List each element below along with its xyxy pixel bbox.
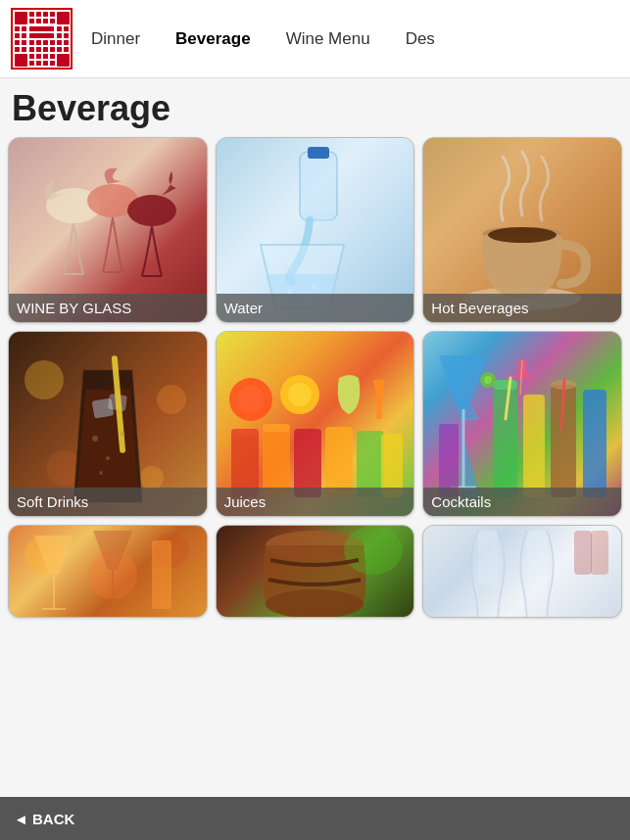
svg-rect-18 — [22, 33, 26, 38]
svg-rect-93 — [583, 390, 606, 497]
svg-rect-47 — [50, 61, 55, 66]
svg-point-59 — [488, 227, 557, 243]
svg-rect-10 — [43, 19, 48, 23]
card-label-juices: Juices — [217, 488, 414, 516]
svg-point-68 — [106, 456, 110, 460]
card-hot-beverages[interactable]: Hot Beverages — [422, 137, 622, 323]
svg-rect-12 — [15, 26, 20, 31]
svg-rect-29 — [36, 47, 41, 52]
card-party[interactable] — [8, 525, 208, 618]
nav-tab-dessert[interactable]: Des — [388, 22, 453, 57]
svg-point-70 — [99, 471, 103, 475]
svg-rect-13 — [22, 26, 26, 31]
card-cocktails[interactable]: Cocktails — [422, 331, 622, 517]
svg-rect-5 — [29, 19, 34, 23]
svg-rect-22 — [15, 40, 20, 45]
svg-point-67 — [92, 436, 98, 442]
svg-rect-19 — [29, 33, 54, 38]
svg-rect-21 — [64, 33, 69, 38]
svg-rect-25 — [36, 40, 41, 45]
svg-rect-37 — [57, 40, 62, 45]
svg-rect-16 — [64, 26, 69, 31]
logo: SENSASIA — [10, 7, 73, 70]
svg-rect-78 — [263, 424, 290, 432]
svg-rect-112 — [527, 531, 547, 584]
svg-rect-7 — [43, 12, 48, 17]
svg-point-110 — [344, 526, 403, 575]
svg-point-69 — [120, 432, 124, 437]
svg-rect-34 — [36, 61, 41, 66]
svg-point-74 — [288, 383, 312, 406]
svg-rect-38 — [64, 40, 69, 45]
svg-point-60 — [24, 360, 64, 399]
nav-tab-wine-menu[interactable]: Wine Menu — [268, 22, 388, 57]
card-barrel[interactable] — [216, 525, 415, 618]
svg-rect-9 — [57, 12, 70, 24]
svg-rect-52 — [300, 152, 337, 220]
svg-rect-15 — [57, 26, 62, 31]
card-wine-by-glass[interactable]: WINE BY GLASS — [8, 137, 208, 323]
card-label-soft-drinks: Soft Drinks — [9, 488, 207, 516]
svg-rect-86 — [493, 380, 517, 497]
card-label-hot-beverages: Hot Beverages — [423, 294, 621, 322]
svg-rect-46 — [43, 61, 48, 66]
svg-rect-27 — [22, 47, 26, 52]
svg-point-63 — [140, 466, 164, 490]
svg-rect-30 — [15, 54, 27, 67]
svg-point-51 — [127, 195, 176, 226]
svg-point-72 — [237, 386, 265, 413]
svg-rect-45 — [57, 54, 70, 67]
svg-rect-40 — [50, 47, 55, 52]
svg-rect-111 — [478, 531, 498, 584]
svg-point-57 — [313, 285, 317, 290]
card-soft-drinks[interactable]: Soft Drinks — [8, 331, 208, 517]
svg-rect-11 — [50, 19, 55, 23]
nav-tab-dinner[interactable]: Dinner — [73, 22, 158, 57]
svg-rect-89 — [523, 395, 545, 497]
svg-rect-24 — [29, 40, 34, 45]
page-title: Beverage — [0, 78, 630, 137]
svg-rect-31 — [29, 54, 34, 59]
back-button[interactable]: ◄ BACK — [14, 811, 74, 827]
beverage-grid: WINE BY GLASS Water — [0, 137, 630, 618]
card-label-wine-by-glass: WINE BY GLASS — [9, 294, 207, 322]
svg-rect-77 — [263, 424, 290, 497]
svg-rect-36 — [50, 40, 55, 45]
header: SENSASIA Dinner Beverage Wine Menu Des — [0, 0, 630, 78]
svg-rect-28 — [29, 47, 34, 52]
svg-rect-42 — [64, 47, 69, 52]
svg-rect-43 — [43, 54, 48, 59]
svg-rect-4 — [36, 12, 41, 17]
card-water[interactable]: Water — [216, 137, 415, 323]
svg-rect-23 — [22, 40, 26, 45]
svg-rect-14 — [29, 26, 54, 31]
card-champagne[interactable] — [422, 525, 622, 618]
svg-rect-3 — [29, 12, 34, 17]
svg-rect-32 — [36, 54, 41, 59]
svg-point-109 — [266, 589, 363, 618]
svg-rect-53 — [308, 147, 329, 159]
svg-rect-94 — [439, 424, 459, 497]
svg-rect-33 — [29, 61, 34, 66]
svg-rect-87 — [493, 380, 517, 390]
svg-rect-35 — [43, 40, 48, 45]
card-label-water: Water — [217, 294, 414, 322]
svg-rect-39 — [43, 47, 48, 52]
svg-rect-41 — [57, 47, 62, 52]
svg-rect-107 — [152, 540, 171, 609]
svg-rect-8 — [50, 12, 55, 17]
card-juices[interactable]: Juices — [216, 331, 415, 517]
navigation: Dinner Beverage Wine Menu Des — [73, 22, 453, 57]
svg-rect-2 — [15, 12, 27, 24]
nav-tab-beverage[interactable]: Beverage — [158, 22, 268, 57]
svg-rect-6 — [36, 19, 41, 23]
svg-rect-76 — [231, 429, 259, 437]
svg-rect-113 — [574, 531, 592, 575]
svg-rect-20 — [57, 33, 62, 38]
svg-rect-26 — [15, 47, 20, 52]
svg-point-96 — [484, 376, 492, 384]
svg-point-61 — [157, 385, 186, 414]
bottom-bar: ◄ BACK — [0, 797, 630, 840]
svg-rect-44 — [50, 54, 55, 59]
svg-rect-114 — [591, 531, 608, 575]
